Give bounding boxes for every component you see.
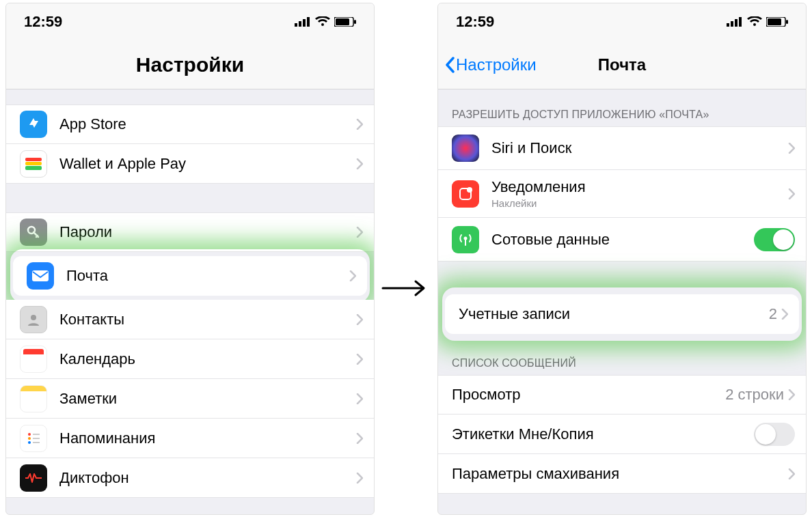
chevron-right-icon — [788, 468, 795, 479]
row-notes[interactable]: Заметки — [6, 379, 374, 419]
svg-rect-18 — [33, 442, 40, 443]
highlight-mail: Почта — [6, 252, 374, 300]
status-bar: 12:59 — [6, 3, 374, 40]
row-reminders[interactable]: Напоминания — [6, 419, 374, 458]
back-label: Настройки — [456, 55, 537, 74]
row-contacts[interactable]: Контакты — [6, 300, 374, 339]
chevron-left-icon — [445, 57, 455, 73]
section-header-list: СПИСОК СООБЩЕНИЙ — [438, 338, 806, 375]
svg-rect-25 — [786, 20, 788, 24]
notifications-icon — [452, 180, 479, 208]
row-label: Диктофон — [59, 469, 356, 487]
cellular-toggle[interactable] — [754, 228, 795, 251]
row-label: App Store — [59, 115, 356, 133]
status-icons — [295, 16, 356, 27]
wifi-icon — [747, 16, 762, 27]
appstore-icon — [20, 111, 47, 138]
row-label: Учетные записи — [459, 305, 769, 323]
chevron-right-icon — [356, 393, 363, 404]
voicememos-icon — [20, 464, 47, 492]
cellular-icon — [295, 17, 311, 27]
antenna-icon — [452, 226, 479, 253]
row-label: Контакты — [59, 311, 356, 328]
chevron-right-icon — [781, 309, 788, 320]
wallet-icon — [20, 150, 47, 178]
battery-icon — [766, 17, 788, 27]
row-label: Этикетки Мне/Копия — [452, 425, 754, 443]
siri-icon — [452, 135, 479, 162]
section-header-allow: РАЗРЕШИТЬ ДОСТУП ПРИЛОЖЕНИЮ «ПОЧТА» — [438, 89, 806, 126]
row-label: Сотовые данные — [491, 231, 754, 249]
page-title: Настройки — [6, 53, 374, 76]
chevron-right-icon — [356, 473, 363, 483]
svg-rect-0 — [295, 23, 297, 27]
svg-rect-6 — [354, 20, 356, 24]
row-preview[interactable]: Просмотр 2 строки — [438, 375, 806, 415]
svg-point-13 — [28, 433, 31, 436]
chevron-right-icon — [356, 227, 363, 238]
calendar-icon — [20, 346, 47, 373]
row-accounts[interactable]: Учетные записи 2 — [445, 294, 799, 334]
row-mail[interactable]: Почта — [13, 256, 367, 296]
row-appstore[interactable]: App Store — [6, 104, 374, 144]
notes-icon — [20, 385, 47, 412]
row-label: Календарь — [59, 350, 356, 368]
key-icon — [20, 219, 47, 246]
wifi-icon — [315, 16, 330, 27]
row-sublabel: Наклейки — [491, 197, 788, 209]
row-label: Wallet и Apple Pay — [59, 155, 356, 173]
row-tome-labels: Этикетки Мне/Копия — [438, 415, 806, 454]
svg-rect-8 — [25, 162, 42, 165]
row-label: Просмотр — [452, 386, 725, 404]
chevron-right-icon — [356, 119, 363, 130]
navbar: Настройки — [6, 40, 374, 89]
row-swipe[interactable]: Параметры смахивания — [438, 454, 806, 494]
mail-icon — [27, 262, 54, 290]
svg-rect-2 — [303, 19, 306, 27]
highlight-accounts: Учетные записи 2 — [438, 290, 806, 338]
chevron-right-icon — [349, 270, 356, 281]
svg-point-15 — [28, 441, 31, 444]
svg-rect-1 — [299, 21, 301, 27]
status-time: 12:59 — [456, 13, 494, 31]
arrow-right-icon — [381, 279, 429, 300]
chevron-right-icon — [356, 158, 363, 169]
svg-rect-20 — [731, 21, 733, 27]
row-label: Напоминания — [59, 430, 356, 447]
back-button[interactable]: Настройки — [438, 55, 537, 74]
row-label: Заметки — [59, 390, 356, 408]
row-passwords[interactable]: Пароли — [6, 212, 374, 252]
row-voicememos[interactable]: Диктофон — [6, 458, 374, 498]
svg-rect-19 — [727, 23, 729, 27]
row-cellular: Сотовые данные — [438, 218, 806, 262]
svg-rect-3 — [307, 17, 310, 27]
row-siri[interactable]: Siri и Поиск — [438, 126, 806, 170]
row-notifications[interactable]: Уведомления Наклейки — [438, 170, 806, 218]
svg-point-12 — [31, 315, 36, 320]
settings-screen: 12:59 Настройки App Store Wallet и Apple… — [5, 3, 375, 515]
tome-toggle[interactable] — [754, 423, 795, 446]
svg-rect-17 — [33, 438, 40, 439]
reminders-icon — [20, 425, 47, 452]
contacts-icon — [20, 306, 47, 333]
row-label: Параметры смахивания — [452, 465, 788, 483]
svg-rect-9 — [25, 166, 42, 170]
chevron-right-icon — [356, 354, 363, 365]
battery-icon — [334, 17, 356, 27]
row-wallet[interactable]: Wallet и Apple Pay — [6, 144, 374, 184]
row-label: Пароли — [59, 223, 356, 241]
svg-rect-7 — [25, 158, 42, 161]
svg-rect-16 — [33, 434, 40, 435]
row-calendar[interactable]: Календарь — [6, 339, 374, 379]
mail-settings-screen: 12:59 Настройки Почта РАЗРЕШИТЬ ДОСТУП П… — [437, 3, 807, 515]
status-time: 12:59 — [24, 13, 62, 31]
svg-rect-11 — [32, 270, 49, 281]
accounts-count: 2 — [769, 305, 777, 323]
chevron-right-icon — [788, 143, 795, 154]
cellular-icon — [727, 17, 743, 27]
chevron-right-icon — [788, 188, 795, 199]
status-bar: 12:59 — [438, 3, 806, 40]
chevron-right-icon — [356, 314, 363, 325]
row-label: Siri и Поиск — [491, 139, 788, 157]
chevron-right-icon — [356, 433, 363, 444]
